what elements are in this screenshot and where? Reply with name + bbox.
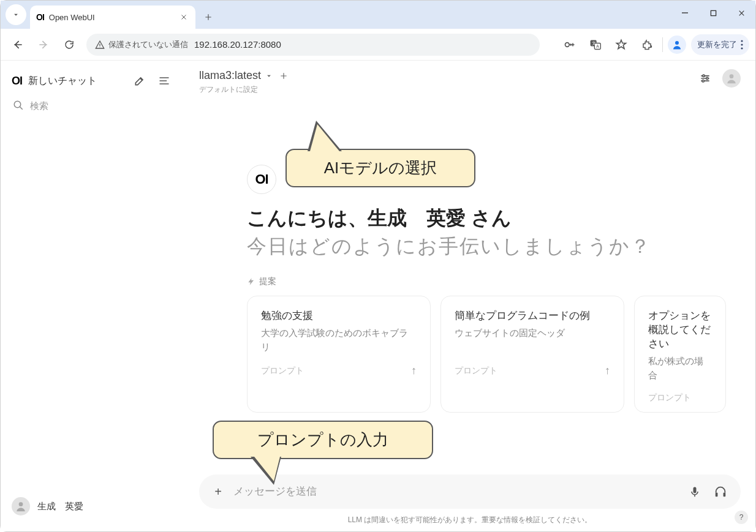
set-default-button[interactable]: デフォルトに設定 [199,84,273,95]
suggestions-label: 提案 [247,276,741,287]
kebab-icon [741,40,743,50]
edit-icon [134,75,146,87]
suggestion-card[interactable]: 簡単なプログラムコードの例 ウェブサイトの固定ヘッダ プロンプト↑ [440,296,624,413]
greeting-logo-icon: OI [247,165,276,194]
chevron-down-icon [265,72,273,80]
annotation-model-select: AIモデルの選択 [285,149,475,187]
card-title: 勉強の支援 [261,309,417,323]
arrow-up-icon: ↑ [605,364,610,377]
svg-point-6 [675,41,679,45]
voice-button[interactable] [686,482,704,501]
new-tab-button[interactable] [199,8,217,26]
card-title: オプションを概説してください [648,309,712,351]
browser-profile-button[interactable] [668,36,686,54]
search-icon [13,100,24,111]
reload-icon [64,39,75,50]
svg-text:文: 文 [592,41,596,45]
update-button[interactable]: 更新を完了 [691,34,749,55]
annotation-prompt-input: プロンプトの入力 [213,421,433,459]
browser-titlebar: OI Open WebUI [1,1,755,29]
arrow-left-icon [12,39,24,51]
security-indicator[interactable]: 保護されていない通信 [95,39,188,50]
browser-toolbar: 保護されていない通信 192.168.20.127:8080 文A 更新を完了 [1,29,755,61]
sidebar-menu-button[interactable] [155,72,173,90]
user-avatar-icon [12,497,30,515]
arrow-up-icon: ↑ [411,364,417,377]
window-close-button[interactable] [727,1,755,25]
nav-reload-button[interactable] [58,34,80,56]
person-icon [725,72,738,84]
update-label: 更新を完了 [697,39,737,50]
translate-icon: 文A [589,39,602,51]
headphones-icon [714,485,727,498]
card-desc: 私が株式の場合 [648,354,712,386]
password-manager-button[interactable] [559,34,580,55]
sliders-icon [699,72,711,84]
new-chat-button[interactable]: 新しいチャット [28,75,124,88]
url-text: 192.168.20.127:8080 [194,39,281,50]
model-selector[interactable]: llama3:latest [199,69,273,82]
svg-rect-0 [711,10,716,15]
browser-tab[interactable]: OI Open WebUI [30,6,195,29]
window-minimize-button[interactable] [671,1,699,25]
disclaimer-text: LLM は間違いを犯す可能性があります。重要な情報を検証してください。 [184,512,755,531]
settings-button[interactable] [697,70,714,87]
sidebar-user[interactable]: 生成 英愛 [8,492,177,524]
key-icon [564,39,576,50]
model-name: llama3:latest [199,69,261,82]
svg-point-8 [741,43,743,45]
add-model-button[interactable] [279,72,288,83]
svg-point-12 [703,75,705,77]
address-bar[interactable]: 保護されていない通信 192.168.20.127:8080 [86,34,540,56]
mic-icon [689,485,701,498]
svg-point-10 [14,101,21,108]
tab-title: Open WebUI [49,13,173,22]
card-title: 簡単なプログラムコードの例 [455,309,610,323]
svg-point-7 [741,40,743,42]
warning-icon [95,40,105,50]
card-desc: ウェブサイトの固定ヘッダ [455,326,610,358]
prompt-input[interactable] [233,485,678,498]
svg-rect-17 [716,493,718,496]
toolbar-divider [662,37,663,52]
nav-back-button[interactable] [7,34,29,56]
tab-search-button[interactable] [6,4,26,25]
minimize-icon [681,9,689,17]
suggestion-card[interactable]: オプションを概説してください 私が株式の場合 プロンプト [634,296,726,413]
tab-close-button[interactable] [178,12,189,23]
attach-button[interactable]: + [210,484,226,500]
chevron-down-icon [12,10,20,19]
svg-point-9 [741,47,743,49]
account-button[interactable] [722,69,741,88]
arrow-right-icon [37,39,50,51]
translate-button[interactable]: 文A [585,34,606,55]
suggestion-cards: 勉強の支援 大学の入学試験のためのボキャブラリ プロンプト↑ 簡単なプログラムコ… [247,296,741,413]
svg-point-13 [706,77,708,79]
greeting-line2: 今日はどのようにお手伝いしましょうか？ [247,233,741,260]
suggestion-card[interactable]: 勉強の支援 大学の入学試験のためのボキャブラリ プロンプト↑ [247,296,431,413]
svg-point-1 [565,42,570,47]
extensions-button[interactable] [637,34,657,55]
card-footer: プロンプト [648,392,691,403]
app-logo-icon: OI [12,75,22,88]
nav-forward-button[interactable] [32,34,55,56]
sidebar: OI 新しいチャット 生成 英愛 [1,61,184,531]
card-footer: プロンプト [455,365,497,377]
sidebar-search[interactable] [8,94,177,117]
svg-point-15 [730,74,734,78]
tab-favicon-icon: OI [36,12,44,22]
maximize-icon [710,10,717,17]
search-input[interactable] [30,100,172,111]
security-label: 保護されていない通信 [108,39,188,50]
help-button[interactable]: ? [735,511,748,524]
svg-rect-18 [724,493,726,496]
headphones-button[interactable] [711,482,730,501]
user-name: 生成 英愛 [37,501,83,512]
bookmark-button[interactable] [611,34,632,55]
svg-point-14 [702,80,704,82]
compose-button[interactable] [130,72,149,90]
card-desc: 大学の入学試験のためのボキャブラリ [261,326,417,358]
window-maximize-button[interactable] [699,1,727,25]
close-icon [180,13,187,21]
greeting-line1: こんにちは、生成 英愛 さん [247,205,741,232]
